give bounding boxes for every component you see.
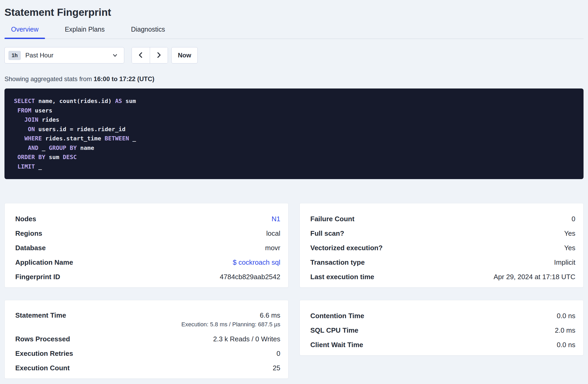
stat-value: 0	[572, 215, 575, 223]
stat-value-block: local	[266, 229, 280, 238]
stat-value-block: movr	[265, 244, 280, 252]
sql-text: _	[129, 135, 136, 142]
stat-value: 25	[273, 364, 280, 372]
sql-keyword: LIMIT	[17, 163, 35, 170]
statement-fingerprint-page: Statement Fingerprint Overview Explain P…	[0, 0, 588, 379]
sql-text: users	[31, 107, 52, 114]
tab-bar: Overview Explain Plans Diagnostics	[4, 22, 584, 39]
stat-label: Database	[15, 244, 46, 252]
stat-value-block: 2.3 k Reads / 0 Writes	[213, 335, 280, 343]
stat-row: Rows Processed2.3 k Reads / 0 Writes	[15, 332, 280, 346]
chevron-down-icon	[112, 52, 118, 58]
sql-text: _	[38, 145, 49, 151]
sql-keyword: BETWEEN	[104, 135, 129, 142]
stat-label: SQL CPU Time	[310, 326, 358, 334]
stat-row: Contention Time0.0 ns	[310, 309, 575, 323]
stat-label: Nodes	[15, 215, 36, 223]
stat-value: Apr 29, 2024 at 17:18 UTC	[494, 273, 575, 281]
stat-value: 0	[277, 349, 280, 357]
stat-label: Regions	[15, 229, 42, 238]
sql-text	[14, 154, 17, 160]
sql-text: sum	[122, 98, 136, 104]
stat-value-block: 4784cb829aab2542	[220, 273, 280, 281]
sql-text: sum	[45, 154, 63, 160]
stat-row: Vectorized execution?Yes	[310, 241, 575, 255]
tab-explain-plans[interactable]: Explain Plans	[58, 22, 111, 38]
statistics-cards-grid: NodesN1RegionslocalDatabasemovrApplicati…	[4, 203, 584, 379]
sql-keyword: AS	[115, 98, 122, 104]
stat-label: Last execution time	[310, 273, 374, 281]
stat-value-block: 0	[572, 215, 575, 223]
previous-time-window-button[interactable]	[132, 47, 150, 63]
time-window-arrows	[132, 47, 168, 63]
stat-value-block: Implicit	[554, 258, 575, 267]
sql-keyword: GROUP BY	[49, 145, 77, 151]
sql-text	[14, 126, 28, 132]
stat-label: Contention Time	[310, 312, 364, 320]
stat-row: Transaction typeImplicit	[310, 255, 575, 270]
aggregated-stats-status: Showing aggregated stats from 16:00 to 1…	[4, 75, 584, 83]
stat-row: SQL CPU Time2.0 ms	[310, 323, 575, 338]
stat-value-block: N1	[272, 215, 280, 223]
sql-text: users.id = rides.rider_id	[35, 126, 125, 132]
sql-keyword: WHERE	[24, 135, 42, 142]
stat-value: local	[266, 229, 280, 237]
sql-text: _	[35, 163, 42, 170]
time-toolbar: 1h Past Hour	[4, 47, 584, 63]
tab-overview[interactable]: Overview	[4, 22, 45, 38]
status-prefix: Showing aggregated stats from	[4, 75, 94, 82]
stat-row: Regionslocal	[15, 226, 280, 241]
stat-value-block: 0.0 ns	[557, 341, 575, 349]
stat-label: Failure Count	[310, 215, 355, 223]
status-time-range: 16:00 to 17:22 (UTC)	[94, 75, 155, 82]
stat-value-block: $ cockroach sql	[233, 258, 280, 267]
chevron-right-icon	[155, 52, 162, 59]
stat-label: Fingerprint ID	[15, 273, 60, 281]
stat-value-link[interactable]: N1	[272, 215, 280, 223]
sql-statement-block: SELECT name, count(rides.id) AS sum FROM…	[4, 88, 584, 179]
stat-row: Application Name$ cockroach sql	[15, 255, 280, 270]
stat-label: Full scan?	[310, 229, 344, 238]
stat-label: Execution Retries	[15, 349, 73, 358]
sql-keyword: FROM	[17, 107, 31, 114]
stat-value: Yes	[564, 229, 575, 237]
stat-label: Application Name	[15, 258, 73, 267]
stat-label: Rows Processed	[15, 335, 70, 343]
stat-label: Execution Count	[15, 364, 70, 372]
page-title: Statement Fingerprint	[4, 0, 584, 18]
stat-row: Databasemovr	[15, 241, 280, 255]
sql-text	[14, 107, 17, 114]
stat-label: Client Wait Time	[310, 341, 363, 349]
stat-value: 6.6 ms	[260, 311, 280, 319]
tab-diagnostics[interactable]: Diagnostics	[124, 22, 172, 38]
stat-value-block: 0.0 ns	[557, 312, 575, 320]
stat-value-block: Apr 29, 2024 at 17:18 UTC	[494, 273, 575, 281]
execution-attributes-card: Failure Count0Full scan?YesVectorized ex…	[300, 203, 584, 288]
statement-times-card: Statement Time6.6 msExecution: 5.8 ms / …	[4, 300, 288, 379]
time-range-picker[interactable]: 1h Past Hour	[4, 47, 124, 63]
sql-text: name, count(rides.id)	[35, 98, 115, 104]
wait-times-card: Contention Time0.0 nsSQL CPU Time2.0 msC…	[300, 300, 584, 356]
stat-row: Execution Count25	[15, 361, 280, 375]
sql-keyword: DESC	[63, 154, 77, 160]
stat-value: 2.0 ms	[555, 326, 575, 334]
stat-value: 0.0 ns	[557, 312, 575, 320]
stat-value-block: 2.0 ms	[555, 326, 575, 334]
time-interval-badge: 1h	[8, 51, 21, 60]
stat-row: Statement Time6.6 msExecution: 5.8 ms / …	[15, 309, 280, 332]
sql-text: rides	[38, 116, 59, 123]
sql-text	[14, 116, 24, 123]
time-interval-label: Past Hour	[25, 52, 53, 59]
stat-value: Implicit	[554, 258, 575, 266]
now-button[interactable]: Now	[171, 47, 198, 63]
stat-row: Fingerprint ID4784cb829aab2542	[15, 270, 280, 284]
sql-text: rides.start_time	[42, 135, 104, 142]
stat-value-block: 6.6 msExecution: 5.8 ms / Planning: 687.…	[181, 311, 280, 328]
next-time-window-button[interactable]	[150, 47, 168, 63]
stat-value-link[interactable]: $ cockroach sql	[233, 258, 280, 266]
chevron-left-icon	[137, 52, 144, 59]
stat-value-block: 25	[273, 364, 280, 372]
stat-value-block: Yes	[564, 244, 575, 252]
stat-row: NodesN1	[15, 212, 280, 226]
stat-value: movr	[265, 244, 280, 252]
